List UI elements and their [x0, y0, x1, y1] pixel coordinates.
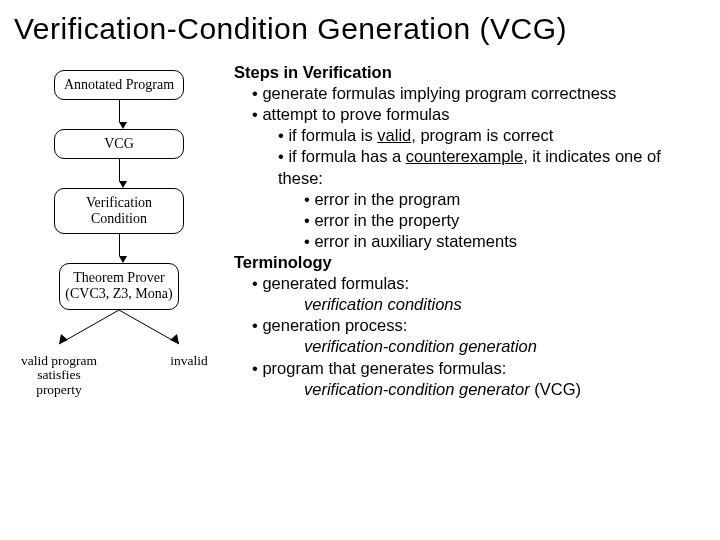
branch-leaves: valid program satisfies property invalid [19, 354, 219, 399]
bullet-attempt: attempt to prove formulas [252, 104, 710, 125]
box-theorem-prover: Theorem Prover (CVC3, Z3, Mona) [59, 263, 179, 309]
term-vcg-process: verification-condition generation [234, 336, 710, 357]
heading-terminology: Terminology [234, 252, 710, 273]
term-vc: verification conditions [234, 294, 710, 315]
bullet-valid: if formula is valid, program is correct [278, 125, 710, 146]
slide-title: Verification-Condition Generation (VCG) [0, 0, 720, 54]
flow-diagram: Annotated Program VCG Verification Condi… [10, 62, 228, 400]
svg-line-0 [59, 310, 119, 344]
bullet-counterexample: if formula has a counterexample, it indi… [278, 146, 710, 188]
box-verification-condition: Verification Condition [54, 188, 184, 234]
text-content: Steps in Verification generate formulas … [228, 62, 710, 400]
term-program-generates: program that generates formulas: [252, 358, 710, 379]
box-vcg: VCG [54, 129, 184, 159]
box-annotated-program: Annotated Program [54, 70, 184, 100]
leaf-valid: valid program satisfies property [19, 354, 99, 399]
svg-marker-3 [170, 334, 179, 344]
leaf-invalid: invalid [159, 354, 219, 399]
bullet-err-property: error in the property [304, 210, 710, 231]
term-generation-process: generation process: [252, 315, 710, 336]
branch-arrows [24, 310, 214, 354]
content-area: Annotated Program VCG Verification Condi… [0, 54, 720, 400]
heading-steps: Steps in Verification [234, 62, 710, 83]
svg-marker-1 [59, 334, 68, 344]
svg-line-2 [119, 310, 179, 344]
bullet-generate: generate formulas implying program corre… [252, 83, 710, 104]
term-generated-formulas: generated formulas: [252, 273, 710, 294]
bullet-err-program: error in the program [304, 189, 710, 210]
bullet-err-aux: error in auxiliary statements [304, 231, 710, 252]
term-vcg-generator: verification-condition generator (VCG) [234, 379, 710, 400]
